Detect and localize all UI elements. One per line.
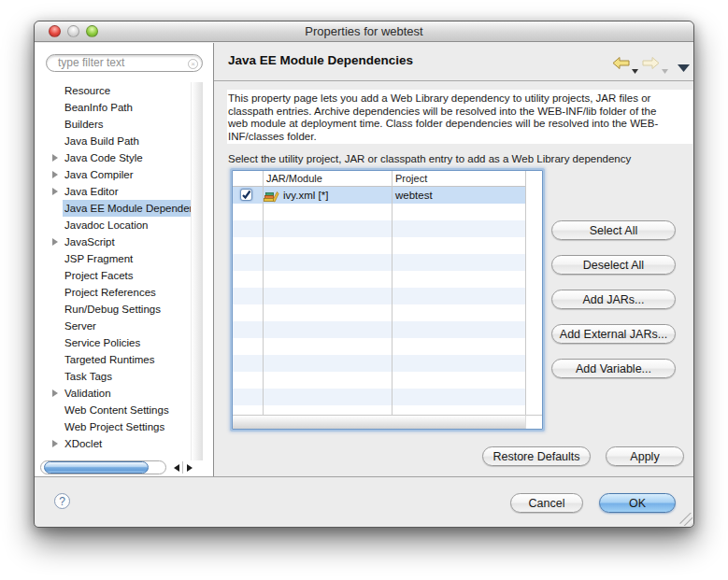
sidebar-item-java-build-path[interactable]: Java Build Path <box>35 133 193 149</box>
sidebar-vertical-scrollbar[interactable] <box>191 82 203 460</box>
expand-arrow-icon[interactable] <box>52 389 58 397</box>
apply-button[interactable]: Apply <box>606 446 684 466</box>
forward-menu-icon[interactable] <box>662 61 668 78</box>
scroll-arrow-divider <box>182 461 183 474</box>
expand-arrow-icon[interactable] <box>52 238 58 246</box>
zoom-button[interactable] <box>86 25 98 37</box>
clear-filter-icon[interactable]: × <box>188 59 198 69</box>
back-button[interactable] <box>613 56 630 73</box>
sidebar-item-javadoc-location[interactable]: Javadoc Location <box>35 217 193 233</box>
back-menu-icon[interactable] <box>632 61 638 78</box>
cancel-button[interactable]: Cancel <box>510 493 583 513</box>
forward-arrow-icon <box>642 57 659 69</box>
deselect-all-button[interactable]: Deselect All <box>551 255 676 275</box>
sidebar-item-web-project-settings[interactable]: Web Project Settings <box>35 418 193 435</box>
table-scrollbar-corner <box>525 415 542 429</box>
sidebar-item-service-policies[interactable]: Service Policies <box>35 334 193 351</box>
sidebar-item-server[interactable]: Server <box>35 318 193 334</box>
close-button[interactable] <box>49 25 61 37</box>
page-title: Java EE Module Dependencies <box>228 53 413 67</box>
sidebar-item-xdoclet[interactable]: XDoclet <box>35 435 193 452</box>
titlebar[interactable]: Properties for webtest <box>35 21 693 42</box>
sidebar-item-java-code-style[interactable]: Java Code Style <box>35 149 193 166</box>
expand-arrow-icon[interactable] <box>52 171 58 178</box>
sidebar-item-java-compiler[interactable]: Java Compiler <box>35 166 193 183</box>
add-variable-button[interactable]: Add Variable... <box>551 359 676 378</box>
table-horizontal-scrollbar[interactable] <box>233 415 525 429</box>
table-header[interactable]: JAR/Module Project <box>233 171 542 187</box>
row-project-name: webtest <box>395 187 433 204</box>
scroll-right-icon[interactable] <box>187 464 193 472</box>
sidebar-item-project-facets[interactable]: Project Facets <box>35 267 193 284</box>
column-separator <box>263 171 264 415</box>
sidebar-item-project-references[interactable]: Project References <box>35 284 193 301</box>
row-checkbox[interactable] <box>240 189 252 201</box>
footer-separator <box>35 476 693 477</box>
add-external-jars-button[interactable]: Add External JARs... <box>551 324 676 344</box>
column-jar-module[interactable]: JAR/Module <box>266 173 322 184</box>
table-row[interactable]: ivy.xml [*] webtest <box>233 187 525 204</box>
scrollbar-thumb[interactable] <box>44 461 149 474</box>
sidebar: type filter text × ResourceBeanInfo Path… <box>35 43 214 476</box>
select-all-button[interactable]: Select All <box>551 220 676 240</box>
forward-button[interactable] <box>642 56 659 73</box>
expand-arrow-icon[interactable] <box>52 440 58 447</box>
sidebar-item-validation[interactable]: Validation <box>35 385 193 402</box>
sidebar-item-beaninfo-path[interactable]: BeanInfo Path <box>35 99 193 116</box>
dependency-table[interactable]: JAR/Module Project ivy.xml [*] webtest <box>232 170 543 430</box>
resize-grip[interactable] <box>679 513 692 526</box>
window-title: Properties for webtest <box>35 21 693 42</box>
description-text: This property page lets you add a Web Li… <box>228 92 675 143</box>
expand-arrow-icon[interactable] <box>52 154 58 162</box>
minimize-button[interactable] <box>67 25 79 37</box>
description-box: This property page lets you add a Web Li… <box>227 90 692 144</box>
table-vertical-scrollbar[interactable] <box>525 171 542 415</box>
back-arrow-icon <box>613 57 630 69</box>
sidebar-item-jsp-fragment[interactable]: JSP Fragment <box>35 250 193 267</box>
add-jars-button[interactable]: Add JARs... <box>551 290 676 309</box>
row-jar-name: ivy.xml [*] <box>283 187 328 204</box>
sidebar-item-builders[interactable]: Builders <box>35 116 193 133</box>
view-menu-icon[interactable] <box>678 59 690 76</box>
sidebar-item-javascript[interactable]: JavaScript <box>35 233 193 250</box>
filter-placeholder: type filter text <box>58 55 124 71</box>
filter-input[interactable]: type filter text × <box>46 54 203 72</box>
sidebar-tree: ResourceBeanInfo PathBuildersJava Build … <box>35 82 193 452</box>
column-separator <box>392 171 393 415</box>
expand-arrow-icon[interactable] <box>52 188 58 195</box>
sidebar-item-java-editor[interactable]: Java Editor <box>35 183 193 200</box>
help-button[interactable]: ? <box>54 493 70 509</box>
sidebar-item-run-debug-settings[interactable]: Run/Debug Settings <box>35 301 193 318</box>
sidebar-item-targeted-runtimes[interactable]: Targeted Runtimes <box>35 351 193 368</box>
sidebar-item-web-content-settings[interactable]: Web Content Settings <box>35 402 193 418</box>
scroll-left-icon[interactable] <box>174 464 179 472</box>
select-entry-label: Select the utility project, JAR or class… <box>228 153 631 164</box>
header-separator <box>214 80 693 81</box>
properties-dialog: Properties for webtest type filter text … <box>34 21 694 528</box>
sidebar-item-task-tags[interactable]: Task Tags <box>35 368 193 385</box>
table-empty-rows <box>233 204 525 415</box>
sidebar-horizontal-scrollbar[interactable] <box>40 460 205 474</box>
ok-button[interactable]: OK <box>599 493 676 513</box>
column-project[interactable]: Project <box>395 173 427 184</box>
sidebar-item-java-ee-module-dependencies[interactable]: Java EE Module Dependencies <box>35 200 193 217</box>
sidebar-item-resource[interactable]: Resource <box>35 82 193 99</box>
restore-defaults-button[interactable]: Restore Defaults <box>482 446 591 466</box>
